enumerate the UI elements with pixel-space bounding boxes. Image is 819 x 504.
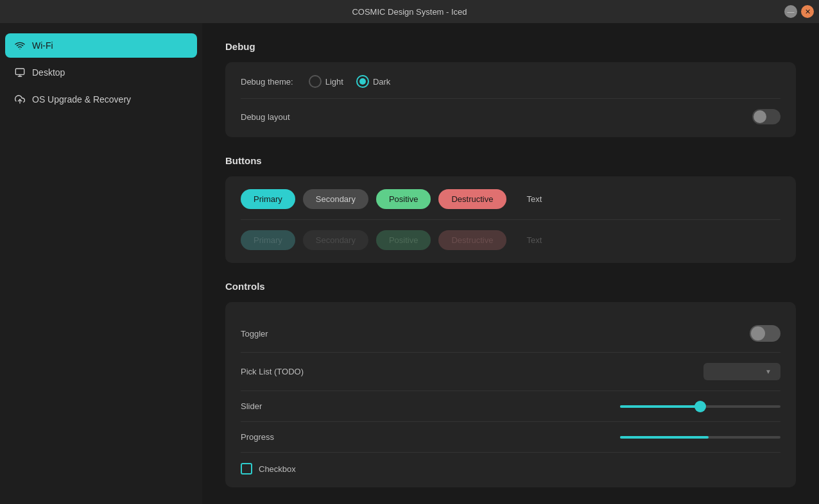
slider-container[interactable]: [620, 405, 780, 408]
secondary-button[interactable]: Secondary: [303, 189, 368, 209]
desktop-icon: [14, 67, 26, 78]
sidebar-item-os-upgrade[interactable]: OS Upgrade & Recovery: [5, 87, 197, 112]
dark-radio-label: Dark: [373, 77, 390, 87]
sidebar-os-upgrade-label: OS Upgrade & Recovery: [32, 94, 131, 105]
progress-row: Progress: [241, 422, 780, 453]
buttons-section: Buttons Primary Secondary Positive Destr…: [225, 155, 796, 263]
progress-fill: [620, 436, 709, 439]
positive-disabled-button[interactable]: Positive: [376, 230, 431, 250]
text-disabled-button[interactable]: Text: [514, 230, 555, 250]
window-controls: — ✕: [784, 5, 814, 18]
destructive-button[interactable]: Destructive: [438, 189, 506, 209]
debug-layout-row: Debug layout: [241, 99, 780, 124]
toggler-row: Toggler: [241, 315, 780, 353]
sidebar-item-wifi[interactable]: Wi-Fi: [5, 33, 197, 58]
app-title: COSMIC Design System - Iced: [352, 7, 467, 17]
upgrade-icon: [14, 94, 26, 105]
debug-theme-label: Debug theme:: [241, 77, 293, 87]
sidebar-desktop-label: Desktop: [32, 67, 65, 78]
debug-layout-toggle[interactable]: [752, 109, 780, 124]
toggler-switch[interactable]: [750, 325, 780, 342]
positive-button[interactable]: Positive: [376, 189, 431, 209]
debug-theme-row: Debug theme: Light Dark: [241, 75, 780, 99]
destructive-disabled-button[interactable]: Destructive: [438, 230, 506, 250]
wifi-icon: [14, 40, 26, 51]
slider-track: [620, 405, 780, 408]
light-radio-circle[interactable]: [309, 75, 322, 88]
minimize-button[interactable]: —: [784, 5, 797, 18]
slider-thumb[interactable]: [694, 401, 706, 412]
dropdown-arrow-icon: ▼: [765, 368, 772, 375]
main-layout: Wi-Fi Desktop OS Upgrade & Recovery Debu…: [0, 23, 819, 504]
progress-container: [620, 436, 780, 439]
content-area: Debug Debug theme: Light Dark: [202, 23, 819, 504]
toggler-label: Toggler: [241, 329, 268, 339]
progress-track: [620, 436, 780, 439]
checkbox-input[interactable]: [241, 463, 252, 475]
sidebar: Wi-Fi Desktop OS Upgrade & Recovery: [0, 23, 202, 504]
controls-card: Toggler Pick List (TODO) ▼ Slider: [225, 302, 796, 487]
dark-radio-option[interactable]: Dark: [356, 75, 390, 88]
light-radio-option[interactable]: Light: [309, 75, 343, 88]
slider-label: Slider: [241, 401, 262, 411]
buttons-row-active: Primary Secondary Positive Destructive T…: [241, 189, 780, 220]
debug-section: Debug Debug theme: Light Dark: [225, 41, 796, 137]
close-button[interactable]: ✕: [801, 5, 814, 18]
picklist-row: Pick List (TODO) ▼: [241, 353, 780, 391]
theme-radio-group: Light Dark: [309, 75, 391, 88]
primary-disabled-button[interactable]: Primary: [241, 230, 295, 250]
buttons-card: Primary Secondary Positive Destructive T…: [225, 176, 796, 263]
sidebar-item-desktop[interactable]: Desktop: [5, 60, 197, 85]
picklist-dropdown[interactable]: ▼: [703, 363, 780, 380]
progress-label: Progress: [241, 432, 274, 442]
svg-rect-1: [15, 69, 24, 74]
debug-section-title: Debug: [225, 41, 796, 52]
debug-layout-toggle-knob: [754, 110, 766, 123]
buttons-row-disabled: Primary Secondary Positive Destructive T…: [241, 220, 780, 250]
primary-button[interactable]: Primary: [241, 189, 295, 209]
controls-section: Controls Toggler Pick List (TODO) ▼: [225, 281, 796, 487]
debug-card: Debug theme: Light Dark Debug l: [225, 62, 796, 137]
controls-section-title: Controls: [225, 281, 796, 292]
checkbox-label: Checkbox: [259, 464, 296, 474]
buttons-section-title: Buttons: [225, 155, 796, 166]
title-bar: COSMIC Design System - Iced — ✕: [0, 0, 819, 23]
secondary-disabled-button[interactable]: Secondary: [303, 230, 368, 250]
picklist-label: Pick List (TODO): [241, 367, 304, 376]
text-button[interactable]: Text: [514, 189, 555, 209]
dark-radio-circle[interactable]: [356, 75, 369, 88]
sidebar-wifi-label: Wi-Fi: [32, 40, 53, 51]
checkbox-row: Checkbox: [241, 453, 780, 475]
slider-row: Slider: [241, 391, 780, 422]
debug-layout-label: Debug layout: [241, 112, 290, 122]
slider-fill: [620, 405, 700, 408]
toggler-knob: [751, 326, 765, 340]
light-radio-label: Light: [325, 77, 343, 87]
